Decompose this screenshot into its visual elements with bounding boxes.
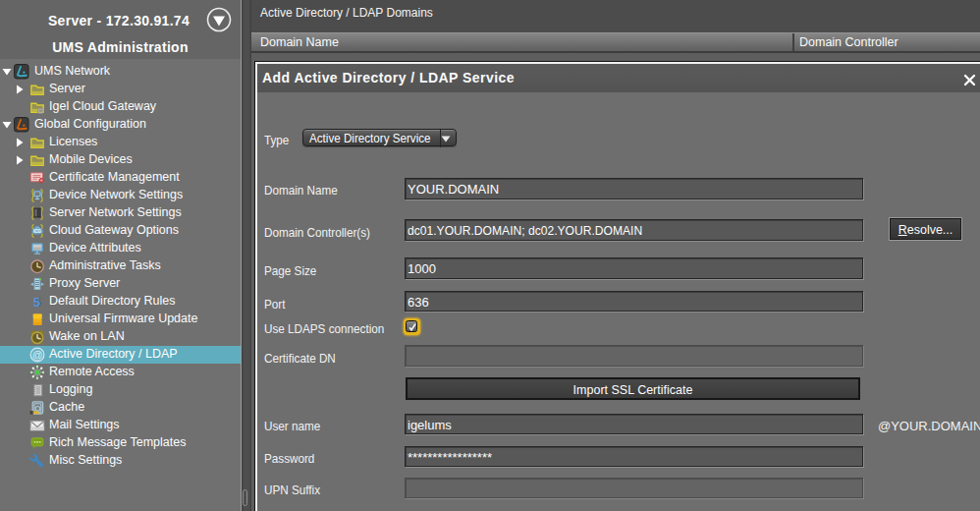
svg-text:5: 5 <box>33 295 40 310</box>
svg-text:@: @ <box>32 349 43 361</box>
svg-text:ICG: ICG <box>33 229 42 234</box>
